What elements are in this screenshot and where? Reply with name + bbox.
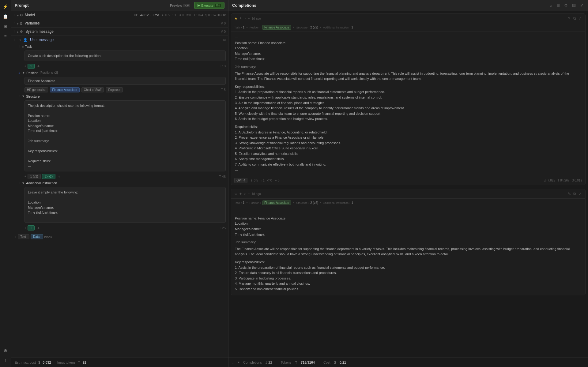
execute-icon: ▶ (198, 3, 200, 7)
position-expand[interactable]: ▼ (22, 71, 25, 74)
card-2-edit-icon[interactable]: ✎ (567, 191, 571, 197)
card-1-token-stat: T 84/267 (557, 179, 569, 182)
model-temp: 🌡 0.5 (161, 13, 170, 17)
card-1-add[interactable]: + (239, 16, 242, 21)
structure-version-add[interactable]: + (57, 174, 62, 179)
task-add-icon[interactable]: + (24, 65, 26, 68)
model-drag-handle[interactable]: ⠿ (13, 13, 16, 17)
add-text-button[interactable]: Text- (18, 234, 29, 239)
structure-version-1[interactable]: 1 (v2) (28, 174, 41, 179)
tag-chief-of-staff[interactable]: Chief of Staff (81, 87, 104, 92)
card-2-task-tag: Task › 1 (234, 201, 244, 204)
expand-icon[interactable]: ⤢ (579, 2, 584, 9)
variables-drag-handle[interactable]: ⠿ (13, 22, 16, 25)
system-expand-icon[interactable] (17, 29, 19, 34)
sidebar-icon-bottom-2[interactable]: ↑ (1, 356, 10, 365)
additional-token-count: T 25 (219, 226, 226, 230)
card-1-circle[interactable]: ○ (243, 16, 246, 21)
card-2-add[interactable]: + (239, 192, 242, 196)
task-drag-handle[interactable]: ⠿ (18, 45, 21, 48)
add-icon[interactable]: + (15, 235, 17, 239)
card-2-structure-tag: Structure › 2 (v2) (296, 201, 318, 204)
structure-drag[interactable]: ⠿ (18, 95, 21, 98)
add-data-button[interactable]: Data- (31, 234, 43, 239)
comp-footer-add[interactable]: + (238, 361, 239, 364)
filter-icon[interactable]: ⊞ (556, 2, 561, 9)
model-stream: ≋ 0 (186, 13, 191, 17)
completions-header: Completions ⌕ ⊞ ⚙ ▤ ⤢ (228, 0, 588, 11)
card-2-circle[interactable]: ○ (243, 192, 246, 196)
sidebar-icon-2[interactable]: 📋 (1, 12, 10, 21)
model-expand-icon[interactable] (17, 13, 19, 17)
card-1-edit-icon[interactable]: ✎ (567, 16, 571, 21)
card-2-minus[interactable]: − (247, 192, 250, 196)
additional-version-1[interactable]: 1 (28, 225, 35, 230)
structure-token-count: T 48 (219, 175, 226, 178)
card-1-copy-icon[interactable]: ⧉ (573, 16, 577, 21)
task-content[interactable]: Create a job description for the followi… (24, 51, 226, 61)
task-version-add[interactable]: + (36, 64, 41, 69)
card-1-structure-tag: Structure › 2 (v2) (296, 26, 318, 29)
sidebar-icon-3[interactable]: ⊞ (1, 22, 10, 31)
user-drag-handle[interactable]: ⠿ (13, 38, 17, 42)
completions-count-value: # 22 (266, 361, 272, 364)
card-1-additional-tag: Additional instruction › 1 (323, 26, 353, 29)
card-2-expand-icon[interactable]: ⤢ (578, 191, 582, 197)
variables-section-header[interactable]: ⠿ {} Variables # 0 (11, 19, 228, 27)
tokens-label: Tokens (281, 361, 292, 364)
variables-expand-icon[interactable] (17, 21, 19, 25)
card-2-copy-icon[interactable]: ⧉ (573, 191, 577, 197)
task-version-1[interactable]: 1 (28, 64, 35, 69)
structure-add-icon[interactable]: + (24, 175, 26, 178)
system-drag-handle[interactable]: ⠿ (13, 30, 16, 33)
card-1-star[interactable]: ★ (234, 16, 238, 21)
user-message-header[interactable]: ⠿ 👤 User message ⧉ (11, 36, 228, 44)
sidebar-icon-4[interactable]: ≡ (1, 32, 10, 40)
additional-content[interactable]: Leave it empty after the following: --- … (24, 187, 226, 223)
prompt-header: Prompt Preview ⌥P ▶ Execute ⌘E (11, 0, 228, 11)
system-message-header[interactable]: ⠿ ⚙ System message # 0 (11, 28, 228, 36)
additional-label: Additional instruction (26, 181, 57, 185)
user-expand-icon[interactable] (19, 38, 21, 42)
est-cost-value: 0.032 (43, 361, 51, 364)
structure-label: Structure (26, 95, 40, 98)
completion-card-1-tags: Task › 1 • Position › Finance Associate … (231, 23, 585, 32)
task-label: Task (25, 45, 32, 48)
structure-version-2[interactable]: 2 (v2) (42, 174, 55, 179)
sidebar-prompt-icon[interactable]: ⚡ (1, 2, 10, 11)
settings-icon[interactable]: ⚙ (563, 2, 569, 9)
position-value[interactable]: Finance Associate (24, 77, 226, 85)
model-section-header[interactable]: ⠿ ⚙ Model GPT-4 0125 Turbo 🌡 0.5 ↑ 1 ↺ 0… (11, 11, 228, 19)
additional-drag[interactable]: ⠿ (18, 182, 21, 185)
sidebar-icon-bottom-1[interactable]: ⊕ (1, 346, 10, 355)
structure-versions: + 1 (v2) 2 (v2) + T 48 (16, 173, 228, 180)
token-icon-footer: T (78, 361, 80, 364)
tag-hr-generalist[interactable]: HR generalist (24, 87, 48, 92)
execute-shortcut: ⌘E (215, 4, 221, 7)
additional-expand[interactable]: ▼ (22, 182, 25, 185)
user-copy-icon[interactable]: ⧉ (223, 38, 226, 42)
structure-expand[interactable]: ▼ (22, 95, 25, 98)
card-1-minus[interactable]: − (247, 16, 250, 21)
model-freq: ↺ 0 (179, 13, 183, 17)
system-message-section: ⠿ ⚙ System message # 0 (11, 28, 228, 36)
tag-engineer[interactable]: Engineer (106, 87, 123, 92)
card-1-expand-icon[interactable]: ⤢ (578, 16, 582, 21)
search-icon[interactable]: ⌕ (549, 2, 553, 9)
layout-icon[interactable]: ▤ (571, 2, 577, 9)
additional-version-add[interactable]: + (36, 226, 41, 230)
comp-footer-download[interactable]: ↓ (232, 361, 234, 364)
card-1-time: 1d ago (251, 17, 261, 20)
model-section: ⠿ ⚙ Model GPT-4 0125 Turbo 🌡 0.5 ↑ 1 ↺ 0… (11, 11, 228, 19)
preview-button[interactable]: Preview ⌥P (168, 3, 192, 8)
card-2-star[interactable]: ☆ (234, 192, 238, 196)
add-block-label: block (44, 235, 52, 239)
variables-title: Variables (24, 21, 220, 25)
additional-instruction-subsection: ⠿ ▼ Additional instruction Leave it empt… (11, 180, 228, 232)
additional-add-icon[interactable]: + (24, 226, 26, 230)
completions-count-label: Completions (243, 361, 262, 364)
tag-finance-associate[interactable]: Finance Associate (50, 87, 80, 92)
execute-button[interactable]: ▶ Execute ⌘E (194, 2, 224, 9)
model-params: GPT-4 0125 Turbo 🌡 0.5 ↑ 1 ↺ 0 ≋ 0 T 102… (134, 13, 226, 17)
structure-content[interactable]: The job description should use the follo… (24, 100, 226, 172)
